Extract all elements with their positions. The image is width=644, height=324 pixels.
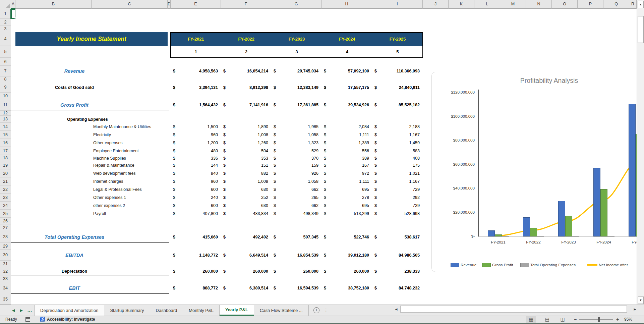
cell-value[interactable]: $7,141,916 <box>221 99 271 111</box>
cell-value[interactable]: $1,058 <box>271 177 321 185</box>
bar-gross-profit[interactable] <box>565 216 572 236</box>
sheet-tab-depreciation-and-amortization[interactable]: Depreciation and Amortization <box>34 305 104 316</box>
row-header-26[interactable]: 26 <box>0 218 11 224</box>
row-label-18[interactable]: Machine Supplies <box>93 155 170 161</box>
sheet-tab-monthly-p-l[interactable]: Monthly P&L <box>183 305 220 316</box>
cell-value[interactable]: $29,745,034 <box>271 66 321 76</box>
row-label-32[interactable]: Depreciation <box>11 267 138 275</box>
column-header-R[interactable]: R <box>629 0 637 9</box>
vertical-scrollbar-thumb[interactable] <box>638 16 644 43</box>
column-header-G[interactable]: G <box>271 0 321 9</box>
profitability-chart[interactable]: Profitability Analysis RevenueGross Prof… <box>431 72 637 272</box>
cell-value[interactable]: $1,564,432 <box>171 99 221 111</box>
cell-value[interactable]: $238,333 <box>372 267 423 275</box>
cell-value[interactable]: $260,000 <box>271 267 321 275</box>
next-sheet-button[interactable]: ▶ <box>17 305 25 316</box>
row-header-29[interactable]: 29 <box>0 243 11 250</box>
row-header-25[interactable]: 25 <box>0 210 11 218</box>
zoom-in-button[interactable]: + <box>616 317 619 322</box>
zoom-percentage[interactable]: 95% <box>624 317 632 322</box>
cell-value[interactable]: $6,649,514 <box>221 250 271 261</box>
sheet-tab-cash-flow-stateme[interactable]: Cash Flow Stateme ... <box>254 305 309 316</box>
bar-total-operating-expenses[interactable] <box>572 236 579 236</box>
cell-value[interactable]: $483,834 <box>221 210 271 218</box>
sheet-tab-startup-summary[interactable]: Startup Summary <box>104 305 150 316</box>
row-header-28[interactable]: 28 <box>0 231 11 243</box>
cell-value[interactable]: $1,021 <box>372 169 423 177</box>
cell-value[interactable]: $729 <box>372 202 423 210</box>
cell-value[interactable]: $370 <box>271 155 321 161</box>
cell-value[interactable]: $12,383,149 <box>271 82 321 93</box>
cell-value[interactable]: $1,459 <box>372 139 423 147</box>
cell-value[interactable]: $1,111 <box>321 177 372 185</box>
cell-value[interactable]: $695 <box>321 185 372 194</box>
tab-options-dots-icon[interactable]: ⋮ <box>324 308 328 316</box>
row-label-30[interactable]: EBITDA <box>11 250 138 261</box>
hscroll-right-button[interactable]: ▶ <box>632 306 638 313</box>
cell-value[interactable]: $278 <box>321 194 372 202</box>
cell-value[interactable]: $630 <box>221 185 271 194</box>
cell-value[interactable]: $507,345 <box>271 231 321 243</box>
cell-value[interactable]: $415,660 <box>171 231 221 243</box>
cell-value[interactable]: $3,394,131 <box>171 82 221 93</box>
bar-gross-profit[interactable] <box>530 228 537 236</box>
row-header-10[interactable]: 10 <box>0 93 11 99</box>
cell-value[interactable]: $960 <box>171 177 221 185</box>
cell-value[interactable]: $1,890 <box>221 123 271 131</box>
cell-value[interactable]: $729 <box>372 185 423 194</box>
row-label-17[interactable]: Employee Entertainment <box>93 147 170 155</box>
legend-item[interactable]: Revenue <box>451 263 476 267</box>
bar-total-operating-expenses[interactable] <box>537 236 544 236</box>
bar-revenue[interactable] <box>629 104 636 236</box>
row-label-21[interactable]: Internet charges <box>93 177 170 185</box>
column-header-F[interactable]: F <box>221 0 271 9</box>
cell-value[interactable]: $265 <box>271 194 321 202</box>
row-header-32[interactable]: 32 <box>0 267 11 275</box>
row-label-11[interactable]: Gross Profit <box>11 99 138 111</box>
row-label-13[interactable]: Operating Expenses <box>67 116 168 123</box>
row-label-20[interactable]: Web development fees <box>93 169 170 177</box>
cell-value[interactable]: $1,008 <box>221 131 271 139</box>
cell-value[interactable]: $528,698 <box>372 210 423 218</box>
row-header-27[interactable]: 27 <box>0 224 11 231</box>
row-label-16[interactable]: Other expenses <box>93 139 170 147</box>
row-header-2[interactable]: 2 <box>0 19 11 25</box>
cell-value[interactable]: $1,323 <box>271 139 321 147</box>
cell-value[interactable]: $1,148,772 <box>171 250 221 261</box>
row-label-7[interactable]: Revenue <box>11 66 138 76</box>
zoom-slider-track[interactable] <box>579 319 613 320</box>
row-header-13[interactable]: 13 <box>0 116 11 123</box>
cell-value[interactable]: $1,058 <box>271 131 321 139</box>
select-all-button[interactable] <box>0 0 11 9</box>
row-header-23[interactable]: 23 <box>0 194 11 202</box>
legend-item[interactable]: Total Operating Expenses <box>520 263 576 267</box>
cell-value[interactable]: $57,092,100 <box>321 66 372 76</box>
row-header-24[interactable]: 24 <box>0 202 11 210</box>
row-header-14[interactable]: 14 <box>0 123 11 131</box>
normal-view-button[interactable]: ▦ <box>526 316 536 323</box>
page-break-view-button[interactable]: ◫ <box>558 316 568 323</box>
column-header-P[interactable]: P <box>578 0 603 9</box>
cell-value[interactable]: $888,772 <box>171 282 221 294</box>
cell-value[interactable]: $492,402 <box>221 231 271 243</box>
cell-value[interactable]: $84,986,565 <box>372 250 423 261</box>
row-header-15[interactable]: 15 <box>0 131 11 139</box>
cell-value[interactable]: $480 <box>171 147 221 155</box>
cell-value[interactable]: $240 <box>171 194 221 202</box>
cell-value[interactable]: $260,000 <box>221 267 271 275</box>
column-header-Q[interactable]: Q <box>603 0 629 9</box>
legend-item[interactable]: Gross Profit <box>482 263 513 267</box>
bar-gross-profit[interactable] <box>495 234 502 236</box>
row-label-14[interactable]: Monthly Maintenance & Utilities <box>93 123 170 131</box>
column-header-L[interactable]: L <box>474 0 500 9</box>
cell-value[interactable]: $2,084 <box>321 123 372 131</box>
active-cell-selection[interactable] <box>11 9 15 19</box>
cell-value[interactable]: $39,012,180 <box>321 250 372 261</box>
cell-value[interactable]: $252 <box>221 194 271 202</box>
cell-value[interactable]: $960 <box>171 131 221 139</box>
bar-total-operating-expenses[interactable] <box>607 236 614 236</box>
macro-record-icon[interactable] <box>25 317 30 322</box>
cell-value[interactable]: $926 <box>271 169 321 177</box>
row-header-12[interactable]: 12 <box>0 111 11 116</box>
bar-revenue[interactable] <box>558 201 565 236</box>
